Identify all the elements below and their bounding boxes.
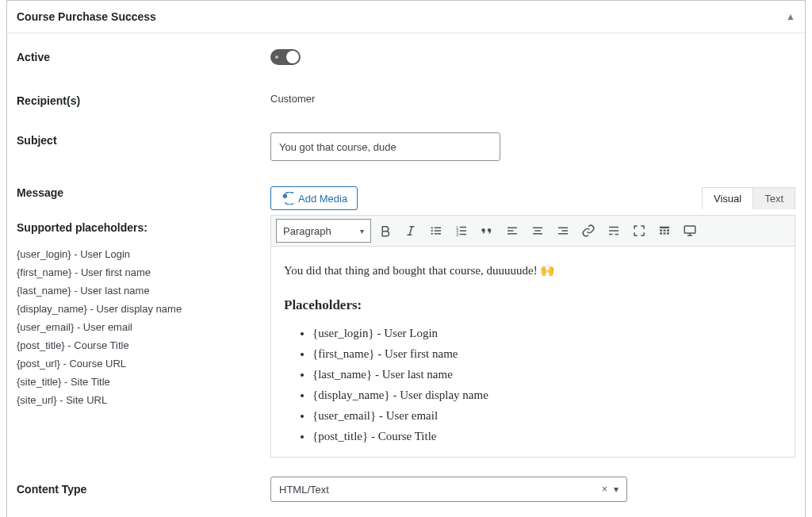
editor: Add Media Visual Text Paragraph 123 xyxy=(270,186,795,458)
editor-placeholder-item: {display_name} - User display name xyxy=(312,385,782,404)
toolbar-toggle-icon[interactable] xyxy=(653,219,676,243)
svg-point-5 xyxy=(431,227,433,228)
subject-input[interactable] xyxy=(270,132,500,161)
svg-rect-35 xyxy=(664,232,666,234)
svg-point-6 xyxy=(431,230,433,232)
svg-rect-14 xyxy=(460,227,466,228)
svg-rect-15 xyxy=(460,230,466,232)
panel-body: Active Recipient(s) Customer Subject Mes… xyxy=(7,33,805,517)
svg-rect-28 xyxy=(609,234,613,236)
placeholder-item: {last_name} - User last name xyxy=(17,285,270,297)
placeholder-item: {display_name} - User display name xyxy=(17,303,270,315)
placeholder-item: {user_email} - User email xyxy=(17,321,270,333)
tab-text[interactable]: Text xyxy=(753,188,795,209)
panel-header: Course Purchase Success ▲ xyxy=(7,1,805,33)
align-right-icon[interactable] xyxy=(552,219,574,243)
align-center-icon[interactable] xyxy=(527,219,549,243)
supported-placeholders-label: Supported placeholders: xyxy=(17,221,270,234)
chevron-down-icon[interactable]: ▾ xyxy=(614,484,619,495)
svg-text:3: 3 xyxy=(456,232,458,237)
editor-toolbar: Paragraph 123 xyxy=(270,215,795,247)
placeholder-item: {site_title} - Site Title xyxy=(17,376,270,388)
svg-rect-23 xyxy=(558,228,568,229)
toggle-indicator xyxy=(275,56,278,59)
svg-rect-25 xyxy=(558,233,568,235)
placeholder-list: {user_login} - User Login {first_name} -… xyxy=(17,248,270,406)
svg-rect-31 xyxy=(660,230,662,232)
svg-rect-37 xyxy=(684,226,695,233)
quote-icon[interactable] xyxy=(476,219,498,243)
svg-rect-22 xyxy=(533,233,542,235)
editor-content[interactable]: You did that thing and bought that cours… xyxy=(270,247,795,458)
svg-point-1 xyxy=(285,196,285,197)
svg-rect-36 xyxy=(667,232,669,234)
editor-placeholder-item: {user_login} - User Login xyxy=(312,324,782,343)
settings-panel: Course Purchase Success ▲ Active Recipie… xyxy=(6,0,806,517)
svg-rect-27 xyxy=(609,230,619,232)
placeholder-item: {post_url} - Course URL xyxy=(17,358,270,370)
placeholder-item: {user_login} - User Login xyxy=(17,248,270,260)
bold-icon[interactable] xyxy=(374,219,396,243)
svg-line-4 xyxy=(410,227,412,236)
row-content-type: Content Type HTML/Text × ▾ xyxy=(17,477,795,502)
content-type-select[interactable]: HTML/Text × ▾ xyxy=(270,477,627,502)
monitor-icon[interactable] xyxy=(679,219,701,243)
row-subject: Subject xyxy=(17,132,795,161)
svg-rect-33 xyxy=(667,230,669,232)
placeholder-item: {post_title} - Course Title xyxy=(17,339,270,351)
svg-rect-30 xyxy=(660,227,669,228)
row-active: Active xyxy=(17,49,795,67)
svg-rect-19 xyxy=(508,233,517,235)
link-icon[interactable] xyxy=(577,219,599,243)
svg-point-7 xyxy=(431,233,433,235)
editor-placeholders-heading: Placeholders: xyxy=(284,294,782,316)
editor-placeholder-item: {last_name} - User last name xyxy=(312,365,782,384)
add-media-button[interactable]: Add Media xyxy=(270,186,358,210)
panel-title: Course Purchase Success xyxy=(17,10,156,23)
placeholder-item: {site_url} - Site URL xyxy=(17,394,270,406)
fullscreen-icon[interactable] xyxy=(628,219,650,243)
svg-rect-20 xyxy=(533,228,542,229)
format-select-value: Paragraph xyxy=(283,225,331,237)
number-list-icon[interactable]: 123 xyxy=(450,219,473,243)
svg-rect-9 xyxy=(435,230,441,232)
italic-icon[interactable] xyxy=(400,219,422,243)
message-label: Message xyxy=(17,186,270,199)
placeholder-item: {first_name} - User first name xyxy=(17,266,270,278)
svg-rect-26 xyxy=(609,227,619,228)
editor-placeholder-item: {first_name} - User first name xyxy=(312,344,782,363)
editor-placeholder-item: {post_title} - Course Title xyxy=(312,427,782,446)
svg-rect-21 xyxy=(534,230,541,232)
svg-rect-29 xyxy=(615,234,619,236)
svg-rect-34 xyxy=(660,232,662,234)
align-left-icon[interactable] xyxy=(501,219,523,243)
editor-top-row: Add Media Visual Text xyxy=(270,186,795,210)
insert-more-icon[interactable] xyxy=(603,219,625,243)
subject-label: Subject xyxy=(17,132,270,147)
editor-placeholder-item: {user_email} - User email xyxy=(312,406,782,425)
active-label: Active xyxy=(17,49,270,63)
format-select[interactable]: Paragraph xyxy=(276,219,371,243)
active-toggle[interactable] xyxy=(270,49,301,65)
recipients-value: Customer xyxy=(270,93,795,105)
editor-placeholder-list: {user_login} - User Login {first_name} -… xyxy=(284,324,782,446)
bullet-list-icon[interactable] xyxy=(425,219,447,243)
toggle-knob xyxy=(286,51,299,63)
svg-rect-17 xyxy=(508,228,517,229)
row-recipients: Recipient(s) Customer xyxy=(17,93,795,107)
editor-tabs: Visual Text xyxy=(702,187,795,209)
add-media-label: Add Media xyxy=(298,193,347,205)
collapse-caret-icon[interactable]: ▲ xyxy=(786,11,795,22)
tab-visual[interactable]: Visual xyxy=(703,188,753,209)
svg-rect-18 xyxy=(508,230,514,232)
media-icon xyxy=(281,192,293,205)
content-type-label: Content Type xyxy=(17,483,270,496)
svg-rect-24 xyxy=(562,230,569,232)
svg-rect-16 xyxy=(460,234,466,236)
content-type-value: HTML/Text xyxy=(279,484,329,496)
editor-intro: You did that thing and bought that cours… xyxy=(284,261,782,280)
clear-icon[interactable]: × xyxy=(602,484,607,495)
row-message: Message Supported placeholders: {user_lo… xyxy=(17,186,795,458)
svg-rect-10 xyxy=(435,233,441,235)
svg-rect-32 xyxy=(664,230,666,232)
